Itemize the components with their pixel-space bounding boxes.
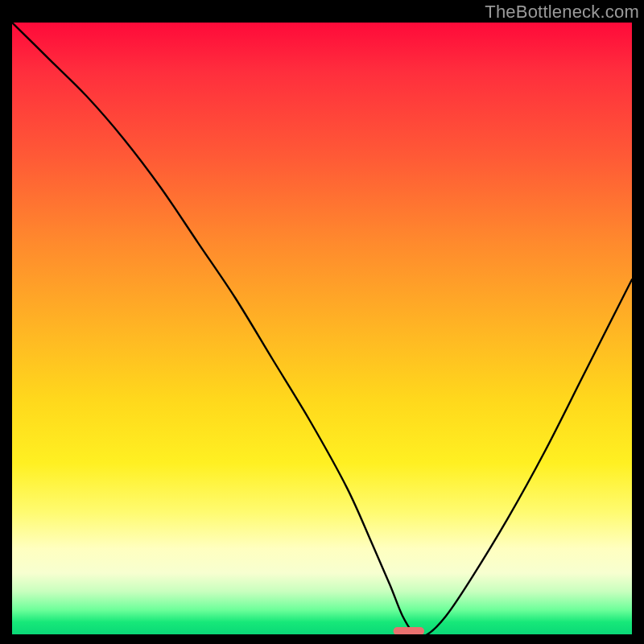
curve-layer — [12, 23, 632, 634]
plot-area — [12, 23, 632, 634]
bottleneck-curve — [12, 23, 632, 634]
watermark-text: TheBottleneck.com — [485, 2, 639, 23]
optimum-marker — [394, 627, 425, 634]
chart-frame: TheBottleneck.com — [0, 0, 644, 644]
